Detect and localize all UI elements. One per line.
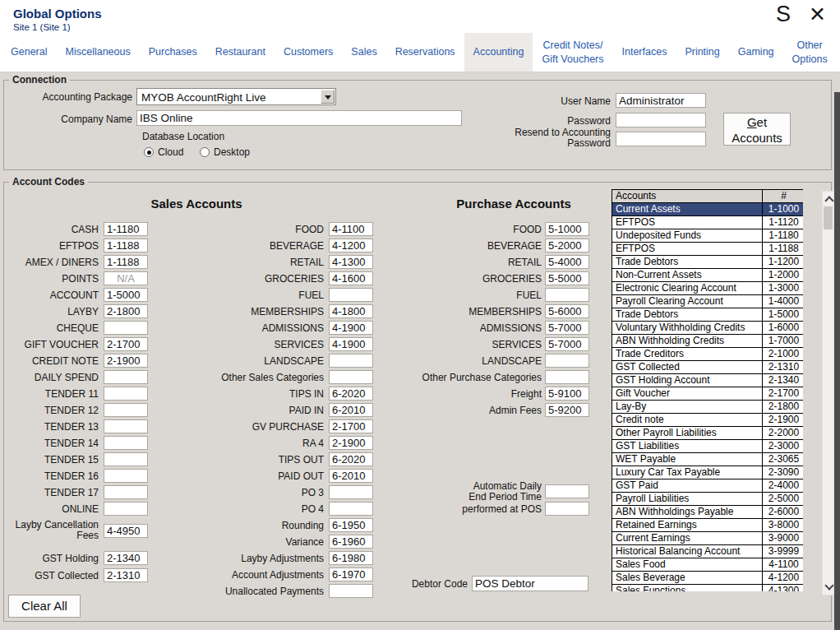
account-row[interactable]: Trade Debtors1-5000	[612, 308, 804, 322]
account-code-input-memberships[interactable]	[329, 304, 373, 318]
account-code-input-beverage[interactable]	[329, 239, 373, 252]
user-name-input[interactable]	[616, 93, 706, 108]
account-code-input-landscape[interactable]	[329, 354, 373, 368]
account-code-input-groceries[interactable]	[545, 271, 589, 285]
scroll-up-icon[interactable]	[824, 196, 833, 205]
account-row[interactable]: Luxury Car Tax Payable2-3090	[612, 466, 804, 479]
account-code-input-fuel[interactable]	[545, 288, 589, 302]
company-name-input[interactable]	[136, 110, 462, 126]
account-code-input-food[interactable]	[329, 222, 373, 236]
account-row[interactable]: Gift Voucher2-1700	[612, 387, 804, 401]
account-row[interactable]: Sales Food4-1100	[612, 558, 804, 572]
account-code-input-account-adjustments[interactable]	[329, 567, 373, 581]
account-code-input-paid-in[interactable]	[329, 403, 373, 417]
account-code-input-tender-17[interactable]	[104, 485, 148, 499]
account-code-input-ra-4[interactable]	[329, 436, 373, 450]
tab-accounting[interactable]: Accounting	[464, 33, 533, 72]
account-code-input-admissions[interactable]	[329, 321, 373, 335]
account-row[interactable]: Retained Earnings3-8000	[612, 519, 804, 532]
account-row[interactable]: GST Liabilities2-3000	[612, 440, 804, 453]
account-row[interactable]: GST Holding Account2-1340	[612, 374, 804, 387]
password-input[interactable]	[616, 113, 706, 127]
end-period-input[interactable]	[545, 484, 589, 498]
account-code-input-other-sales-categories[interactable]	[329, 370, 373, 384]
accounting-package-select[interactable]: MYOB AccountRight Live	[136, 88, 336, 105]
account-row[interactable]: ABN Withholding Credits1-7000	[612, 335, 804, 348]
account-code-input-tender-12[interactable]	[104, 403, 148, 417]
account-code-input-other-purchase-categories[interactable]	[545, 370, 589, 384]
tab-sales[interactable]: Sales	[342, 33, 385, 72]
s-button[interactable]: S	[776, 2, 791, 27]
account-row[interactable]: EFTPOS1-1120	[612, 216, 804, 229]
account-code-input-variance[interactable]	[329, 535, 373, 549]
account-code-input-retail[interactable]	[329, 255, 373, 269]
scrollbar-thumb[interactable]	[824, 206, 833, 229]
debtor-code-input[interactable]	[472, 576, 588, 591]
account-row[interactable]: GST Collected2-1310	[612, 361, 804, 374]
account-code-input-gst-collected[interactable]	[104, 568, 148, 582]
account-row[interactable]: Sales Functions4-1300	[612, 585, 804, 592]
account-code-input-account[interactable]	[104, 288, 148, 302]
account-row[interactable]: Other Payroll Liabilities2-2000	[612, 427, 804, 440]
tab-purchases[interactable]: Purchases	[140, 33, 206, 72]
account-row[interactable]: ABN Withholdings Payable2-6000	[612, 506, 804, 519]
clear-all-button[interactable]: Clear All	[8, 595, 81, 618]
account-code-input-gst-holding[interactable]	[104, 551, 148, 565]
account-code-input-admin-fees[interactable]	[545, 403, 589, 417]
account-code-input-fuel[interactable]	[329, 288, 373, 302]
account-code-input-freight[interactable]	[545, 387, 589, 401]
account-code-input-tender-16[interactable]	[104, 469, 148, 483]
account-code-input-gv-purchase[interactable]	[329, 419, 373, 433]
account-code-input-tender-15[interactable]	[104, 452, 148, 466]
resend-password-input[interactable]	[616, 132, 706, 146]
account-row[interactable]: Trade Debtors1-1200	[612, 256, 804, 269]
account-code-input-tender-14[interactable]	[104, 436, 148, 450]
account-row[interactable]: Payroll Liabilities2-5000	[612, 493, 804, 506]
account-code-input-services[interactable]	[329, 337, 373, 351]
account-row[interactable]: GST Paid2-4000	[612, 479, 804, 493]
tab-general[interactable]: General	[2, 33, 56, 72]
account-code-input-tender-13[interactable]	[104, 419, 148, 433]
tab-miscellaneous[interactable]: Miscellaneous	[56, 33, 139, 72]
accounts-scrollbar[interactable]	[822, 191, 834, 595]
account-code-input-points[interactable]	[104, 271, 148, 285]
account-row[interactable]: Credit note2-1900	[612, 414, 804, 427]
account-code-input-services[interactable]	[545, 337, 589, 351]
account-code-input-po-3[interactable]	[329, 485, 373, 499]
account-row[interactable]: Payroll Clearing Account1-4000	[612, 295, 804, 308]
close-icon[interactable]: ✕	[809, 2, 826, 26]
account-row[interactable]: WET Payable2-3065	[612, 453, 804, 466]
account-code-input-retail[interactable]	[545, 255, 589, 269]
account-row[interactable]: Current Earnings3-9000	[612, 532, 804, 545]
account-row[interactable]: Non-Current Assets1-2000	[612, 269, 804, 282]
account-code-input-online[interactable]	[104, 502, 148, 516]
account-code-input-daily-spend[interactable]	[104, 370, 148, 384]
account-code-input-layby-cancellation-fees[interactable]	[104, 524, 148, 538]
account-code-input-unallocated-payments[interactable]	[329, 584, 373, 598]
account-row[interactable]: Electronic Clearing Account1-3000	[612, 282, 804, 295]
dropdown-button[interactable]	[321, 90, 335, 104]
tab-printing[interactable]: Printing	[676, 33, 728, 72]
tab-restaurant[interactable]: Restaurant	[206, 33, 275, 72]
tab-other-options[interactable]: Other Options	[783, 33, 837, 72]
account-code-input-tips-out[interactable]	[329, 452, 373, 466]
account-code-input-layby[interactable]	[104, 304, 148, 318]
account-code-input-admissions[interactable]	[545, 321, 589, 335]
account-row[interactable]: Current Assets1-1000	[612, 203, 804, 216]
scroll-down-icon[interactable]	[824, 581, 833, 590]
account-code-input-tips-in[interactable]	[329, 387, 373, 401]
account-code-input-tender-11[interactable]	[104, 387, 148, 401]
tab-customers[interactable]: Customers	[275, 33, 342, 72]
radio-desktop[interactable]: Desktop	[200, 146, 250, 158]
account-code-input-groceries[interactable]	[329, 271, 373, 285]
account-code-input-landscape[interactable]	[545, 354, 589, 368]
account-code-input-cheque[interactable]	[104, 321, 148, 335]
account-code-input-po-4[interactable]	[329, 502, 373, 516]
account-code-input-gift-voucher[interactable]	[104, 337, 148, 351]
account-code-input-food[interactable]	[545, 222, 589, 236]
account-code-input-layby-adjustments[interactable]	[329, 551, 373, 565]
account-row[interactable]: Trade Creditors2-1000	[612, 348, 804, 361]
account-code-input-eftpos[interactable]	[104, 239, 148, 252]
radio-cloud[interactable]: Cloud	[144, 146, 183, 158]
account-row[interactable]: Lay-By2-1800	[612, 401, 804, 414]
